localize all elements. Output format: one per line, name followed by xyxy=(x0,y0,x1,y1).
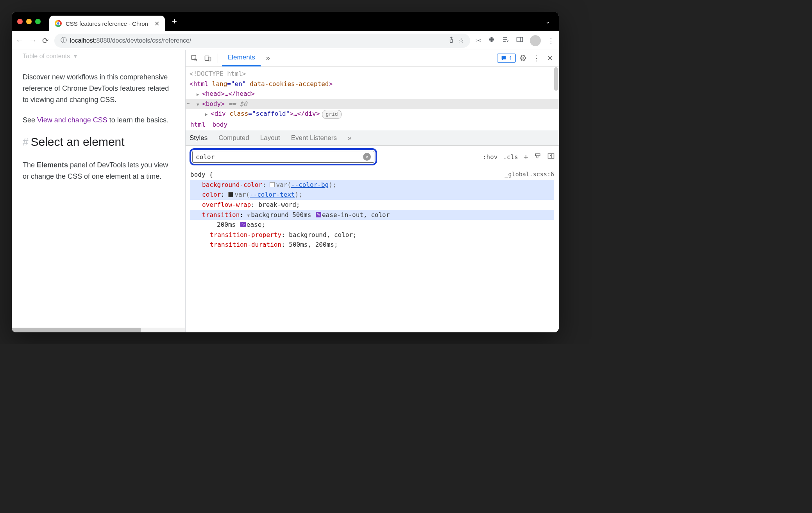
clear-filter-icon[interactable]: ✕ xyxy=(363,153,371,161)
dom-node-html[interactable]: <html lang="en" data-cookies-accepted> xyxy=(186,79,559,89)
styles-tabs: Styles Computed Layout Event Listeners » xyxy=(186,130,559,146)
page-paragraph: See View and change CSS to learn the bas… xyxy=(23,115,174,126)
inspect-icon[interactable] xyxy=(189,52,200,64)
page-paragraph: Discover new workflows in this comprehen… xyxy=(23,72,174,105)
view-change-css-link[interactable]: View and change CSS xyxy=(37,116,107,124)
toolbar-actions: ✂ ⋮ xyxy=(476,35,555,46)
tab-elements[interactable]: Elements xyxy=(222,50,261,66)
anchor-hash-icon[interactable]: # xyxy=(23,136,28,148)
more-tabs-icon[interactable]: » xyxy=(348,134,351,142)
node-menu-icon[interactable]: ⋯ xyxy=(187,99,190,108)
browser-toolbar: ← → ⟳ ⓘ localhost:8080/docs/devtools/css… xyxy=(12,31,559,50)
dom-node-div[interactable]: ▶<div class="scaffold">…</div>grid xyxy=(186,109,559,119)
horizontal-scrollbar[interactable] xyxy=(12,328,185,332)
settings-gear-icon[interactable]: ⚙ xyxy=(517,52,529,64)
computed-sidebar-icon[interactable] xyxy=(547,152,555,161)
maximize-window-button[interactable] xyxy=(35,19,41,24)
tab-title: CSS features reference - Chron xyxy=(66,20,148,27)
svg-rect-0 xyxy=(517,37,523,42)
toc-toggle[interactable]: Table of contents ▾ xyxy=(23,52,174,60)
tab-event-listeners[interactable]: Event Listeners xyxy=(291,134,337,142)
paint-brush-icon[interactable] xyxy=(534,152,542,161)
color-swatch-icon[interactable] xyxy=(270,182,275,187)
color-swatch-icon[interactable] xyxy=(228,192,233,197)
tab-styles[interactable]: Styles xyxy=(190,134,207,142)
svg-rect-4 xyxy=(548,154,554,158)
browser-window: CSS features reference - Chron ✕ + ⌄ ← →… xyxy=(12,12,559,332)
side-panel-icon[interactable] xyxy=(516,36,524,45)
devtools-menu-icon[interactable]: ⋮ xyxy=(531,52,542,64)
bezier-swatch-icon[interactable] xyxy=(240,222,246,227)
bookmark-icon[interactable]: ☆ xyxy=(458,37,464,44)
scissors-icon[interactable]: ✂ xyxy=(476,36,481,45)
styles-filter-input[interactable] xyxy=(196,153,361,161)
tabs-menu-button[interactable]: ⌄ xyxy=(546,18,550,25)
chrome-icon xyxy=(55,20,62,27)
expand-arrow-icon[interactable]: ▶ xyxy=(205,111,211,118)
dom-node-body[interactable]: ⋯ ▼<body> == $0 xyxy=(186,99,559,109)
breadcrumb: html body xyxy=(186,119,559,130)
page-viewport: Table of contents ▾ Discover new workflo… xyxy=(12,50,186,332)
declaration-transition[interactable]: transition: ▼background 500ms ease-in-ou… xyxy=(190,210,554,220)
extensions-icon[interactable] xyxy=(488,36,495,45)
rule-selector[interactable]: body { xyxy=(190,170,213,180)
expand-shorthand-icon[interactable]: ▼ xyxy=(247,213,250,218)
window-controls xyxy=(17,19,41,24)
share-icon[interactable] xyxy=(447,36,455,45)
declaration-overflow-wrap[interactable]: overflow-wrap: break-word; xyxy=(190,200,554,210)
device-toolbar-icon[interactable] xyxy=(202,52,214,64)
close-tab-button[interactable]: ✕ xyxy=(154,20,159,27)
url-text: localhost:8080/docs/devtools/css/referen… xyxy=(70,37,191,44)
titlebar: CSS features reference - Chron ✕ + ⌄ xyxy=(12,12,559,31)
close-devtools-icon[interactable]: ✕ xyxy=(544,52,556,64)
content-area: Table of contents ▾ Discover new workflo… xyxy=(12,50,559,332)
page-paragraph: The Elements panel of DevTools lets you … xyxy=(23,160,174,182)
page-heading-select-element: #Select an element xyxy=(23,135,174,149)
expand-arrow-icon[interactable]: ▶ xyxy=(197,91,202,98)
declaration-transition-property[interactable]: transition-property: background, color; xyxy=(190,230,554,240)
more-tabs-icon[interactable]: » xyxy=(262,52,274,64)
forward-button[interactable]: → xyxy=(29,36,37,45)
breadcrumb-body[interactable]: body xyxy=(213,121,228,128)
vertical-scrollbar[interactable] xyxy=(554,67,558,91)
filter-highlight: ✕ xyxy=(190,148,377,165)
tab-layout[interactable]: Layout xyxy=(260,134,280,142)
declaration-transition-duration[interactable]: transition-duration: 500ms, 200ms; xyxy=(190,240,554,250)
dom-node-head[interactable]: ▶<head>…</head> xyxy=(186,89,559,99)
hov-button[interactable]: :hov xyxy=(483,153,498,161)
breadcrumb-html[interactable]: html xyxy=(190,121,206,128)
new-style-rule-icon[interactable]: + xyxy=(524,152,528,161)
back-button[interactable]: ← xyxy=(16,36,23,45)
browser-menu-button[interactable]: ⋮ xyxy=(547,36,555,45)
devtools-panel: Elements » 1 ⚙ ⋮ ✕ <!DOCTYPE html> <html… xyxy=(186,50,559,332)
declaration-background-color[interactable]: background-color: var(--color-bg); xyxy=(190,180,554,190)
profile-avatar[interactable] xyxy=(530,35,541,46)
devtools-header: Elements » 1 ⚙ ⋮ ✕ xyxy=(186,50,559,66)
styles-pane[interactable]: body { _global.scss:6 background-color: … xyxy=(186,168,559,332)
cls-button[interactable]: .cls xyxy=(503,153,518,161)
declaration-transition-cont[interactable]: 200ms ease; xyxy=(190,220,554,230)
dom-doctype[interactable]: <!DOCTYPE html> xyxy=(190,70,246,77)
reading-list-icon[interactable] xyxy=(502,36,510,45)
grid-badge[interactable]: grid xyxy=(322,110,341,119)
close-window-button[interactable] xyxy=(17,19,23,24)
chevron-down-icon: ▾ xyxy=(74,52,77,60)
browser-tab[interactable]: CSS features reference - Chron ✕ xyxy=(49,16,165,31)
bezier-swatch-icon[interactable] xyxy=(316,212,321,217)
rule-header: body { _global.scss:6 xyxy=(190,170,554,180)
issues-button[interactable]: 1 xyxy=(497,54,516,63)
address-bar[interactable]: ⓘ localhost:8080/docs/devtools/css/refer… xyxy=(54,34,470,48)
styles-toolbar: ✕ :hov .cls + xyxy=(186,146,559,168)
minimize-window-button[interactable] xyxy=(26,19,32,24)
dom-tree[interactable]: <!DOCTYPE html> <html lang="en" data-coo… xyxy=(186,66,559,119)
declaration-color[interactable]: color: var(--color-text); xyxy=(190,190,554,200)
tab-computed[interactable]: Computed xyxy=(218,134,249,142)
reload-button[interactable]: ⟳ xyxy=(42,36,49,45)
collapse-arrow-icon[interactable]: ▼ xyxy=(197,101,202,108)
new-tab-button[interactable]: + xyxy=(172,16,177,27)
site-info-icon[interactable]: ⓘ xyxy=(61,36,67,45)
rule-source-link[interactable]: _global.scss:6 xyxy=(505,170,554,180)
